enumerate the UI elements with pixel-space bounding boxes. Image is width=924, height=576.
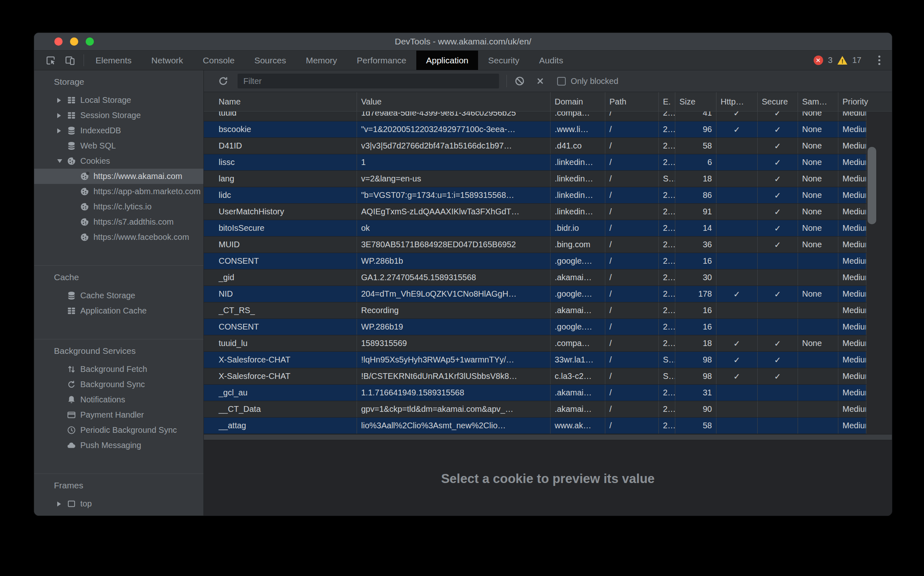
cell-secure xyxy=(758,401,798,417)
tab-elements[interactable]: Elements xyxy=(86,51,142,70)
cookie-row-x-salesforce-chat[interactable]: X-Salesforce-CHAT!lqHn95Xs5yHyh3RWAp5+1w… xyxy=(204,352,866,368)
cookie-row-bitoissecure[interactable]: bitoIsSecureok.bidr.io/2…14✓NoneMedium xyxy=(204,220,866,237)
tree-collapsed-icon[interactable] xyxy=(57,113,64,118)
tab-sources[interactable]: Sources xyxy=(245,51,296,70)
column-header-priority[interactable]: Priority xyxy=(838,92,892,111)
cookie-row-x-salesforce-chat[interactable]: X-Salesforce-CHAT!B/CSTEKRNt6dUnRA1Krf3l… xyxy=(204,368,866,385)
application-sidebar: StorageLocal StorageSession StorageIndex… xyxy=(34,70,204,516)
sidebar-item-https-www-akamai-com[interactable]: https://www.akamai.com xyxy=(34,169,203,184)
tab-application[interactable]: Application xyxy=(416,51,478,70)
column-header-http[interactable]: Http… xyxy=(716,92,758,111)
cookie-row-gid[interactable]: _gidGA1.2.274705445.1589315568.akamai…/2… xyxy=(204,269,866,286)
cell-expires: 2… xyxy=(659,269,675,286)
sidebar-item-background-sync[interactable]: Background Sync xyxy=(34,377,203,392)
column-header-path[interactable]: Path xyxy=(605,92,659,111)
cell-priority: Medium xyxy=(838,138,866,154)
cell-name: __CT_Data xyxy=(204,401,357,417)
tree-collapsed-icon[interactable] xyxy=(57,128,64,133)
warning-count[interactable]: 17 xyxy=(852,56,861,65)
column-header-e[interactable]: E. xyxy=(659,92,675,111)
cell-http xyxy=(716,138,758,154)
sidebar-item-https-c-lytics-io[interactable]: https://c.lytics.io xyxy=(34,199,203,214)
cookie-row-ct-rs[interactable]: _CT_RS_Recording.akamai…/2…16Medium xyxy=(204,302,866,319)
cell-http xyxy=(716,385,758,401)
sidebar-item-notifications[interactable]: Notifications xyxy=(34,392,203,407)
sidebar-item-cookies[interactable]: Cookies xyxy=(34,153,203,169)
cell-value: ok xyxy=(357,220,551,236)
cookie-row-usermatchhistory[interactable]: UserMatchHistoryAQIEgTxmS-zLdQAAAXIKlwTa… xyxy=(204,204,866,220)
sidebar-item-cache-storage[interactable]: Cache Storage xyxy=(34,288,203,303)
window-title: DevTools - www.akamai.com/uk/en/ xyxy=(34,37,892,46)
cell-samesite: None xyxy=(798,187,838,203)
tab-security[interactable]: Security xyxy=(478,51,529,70)
vertical-scrollbar-thumb[interactable] xyxy=(868,147,876,224)
cookie-row-muid[interactable]: MUID3E780AB5171B684928ED047D165B6952.bin… xyxy=(204,237,866,253)
refresh-icon[interactable] xyxy=(217,75,229,87)
sidebar-item-background-fetch[interactable]: Background Fetch xyxy=(34,362,203,377)
warning-badge-icon[interactable]: ! xyxy=(838,56,847,65)
filter-input[interactable] xyxy=(238,74,499,88)
cookie-row-consent[interactable]: CONSENTWP.286b19.google.…/2…16Medium xyxy=(204,319,866,335)
column-header-value[interactable]: Value xyxy=(357,92,551,111)
cookie-row-tuuid[interactable]: tuuid1d7e9aea-5dfe-4399-9e81-346c02956b2… xyxy=(204,111,866,121)
cell-value: gpv=1&ckp=tld&dm=akamai.com&apv_… xyxy=(357,401,551,417)
cookie-row-ct-data[interactable]: __CT_Datagpv=1&ckp=tld&dm=akamai.com&apv… xyxy=(204,401,866,418)
cookie-row-lissc[interactable]: lissc1.linkedin…/2…6✓NoneMedium xyxy=(204,154,866,171)
more-options-icon[interactable] xyxy=(875,56,884,65)
sidebar-item-web-sql[interactable]: Web SQL xyxy=(34,138,203,153)
cell-path: / xyxy=(605,385,659,401)
cell-domain: .linkedin… xyxy=(551,171,605,187)
column-header-domain[interactable]: Domain xyxy=(551,92,605,111)
sidebar-item-top[interactable]: top xyxy=(34,496,203,511)
sidebar-item-label: Payment Handler xyxy=(80,410,144,420)
cookie-row-lang[interactable]: langv=2&lang=en-us.linkedin…/S…18✓NoneMe… xyxy=(204,171,866,187)
column-header-secure[interactable]: Secure xyxy=(758,92,798,111)
tab-memory[interactable]: Memory xyxy=(296,51,347,70)
sidebar-item-label: https://app-abm.marketo.com xyxy=(93,187,201,196)
sidebar-item-session-storage[interactable]: Session Storage xyxy=(34,108,203,123)
error-badge-icon[interactable]: ✕ xyxy=(814,56,823,65)
cell-size: 16 xyxy=(675,302,716,318)
column-header-sam[interactable]: Sam… xyxy=(798,92,838,111)
column-header-size[interactable]: Size xyxy=(675,92,716,111)
cookie-row-tuuid-lu[interactable]: tuuid_lu1589315569.compa…/2…18✓✓NoneMedi… xyxy=(204,335,866,352)
tree-expanded-icon[interactable] xyxy=(57,159,64,163)
tab-network[interactable]: Network xyxy=(142,51,193,70)
tree-collapsed-icon[interactable] xyxy=(57,502,64,506)
cookie-row-bscookie[interactable]: bscookie"v=1&202005122032492977100c-3eea… xyxy=(204,121,866,138)
cell-name: tuuid_lu xyxy=(204,335,357,351)
cell-secure xyxy=(758,302,798,318)
title-bar[interactable]: DevTools - www.akamai.com/uk/en/ xyxy=(34,33,892,51)
cookie-row-nid[interactable]: NID204=dTm_VhE9LoQZKV1CNo8HlAGgH….google… xyxy=(204,286,866,302)
horizontal-scrollbar-track[interactable] xyxy=(204,434,892,440)
only-blocked-checkbox[interactable] xyxy=(557,77,566,86)
sidebar-item-push-messaging[interactable]: Push Messaging xyxy=(34,438,203,453)
close-window-button[interactable] xyxy=(54,37,63,46)
error-count[interactable]: 3 xyxy=(828,56,833,65)
sidebar-item-https-www-facebook-com[interactable]: https://www.facebook.com xyxy=(34,230,203,245)
cell-name: lang xyxy=(204,171,357,187)
sidebar-item-payment-handler[interactable]: Payment Handler xyxy=(34,407,203,423)
sidebar-item-https-app-abm-marketo-com[interactable]: https://app-abm.marketo.com xyxy=(34,184,203,199)
minimize-window-button[interactable] xyxy=(70,37,78,46)
tab-performance[interactable]: Performance xyxy=(347,51,416,70)
sidebar-item-application-cache[interactable]: Application Cache xyxy=(34,303,203,318)
cookie-row-lidc[interactable]: lidc"b=VGST07:g=1734:u=1:i=1589315568….l… xyxy=(204,187,866,204)
tree-collapsed-icon[interactable] xyxy=(57,98,64,103)
cookie-row-attag[interactable]: __attaglio%3Aall%2Clio%3Asmt_new%2Clio…w… xyxy=(204,418,866,434)
sidebar-item-periodic-background-sync[interactable]: Periodic Background Sync xyxy=(34,423,203,438)
sidebar-item-https-s7-addthis-com[interactable]: https://s7.addthis.com xyxy=(34,214,203,230)
tab-audits[interactable]: Audits xyxy=(529,51,573,70)
delete-selected-icon[interactable] xyxy=(534,75,546,87)
cookie-row-d41id[interactable]: D41IDv3|v3|5d7d2766d2bf47a1b5166dc1b97….… xyxy=(204,138,866,154)
tab-console[interactable]: Console xyxy=(193,51,245,70)
column-header-name[interactable]: Name xyxy=(204,92,357,111)
cookie-row-gcl-au[interactable]: _gcl_au1.1.716641949.1589315568.akamai…/… xyxy=(204,385,866,401)
inspect-element-icon[interactable] xyxy=(45,54,57,67)
sidebar-item-local-storage[interactable]: Local Storage xyxy=(34,93,203,108)
zoom-window-button[interactable] xyxy=(86,37,94,46)
device-toolbar-icon[interactable] xyxy=(64,54,76,67)
clear-all-cookies-icon[interactable] xyxy=(513,75,526,87)
sidebar-item-indexeddb[interactable]: IndexedDB xyxy=(34,123,203,138)
cookie-row-consent[interactable]: CONSENTWP.286b1b.google.…/2…16Medium xyxy=(204,253,866,269)
